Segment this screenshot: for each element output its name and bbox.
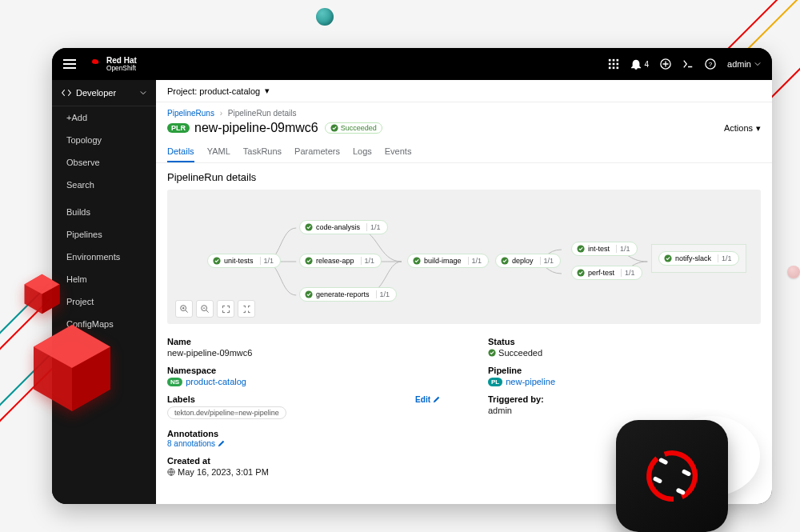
user-menu[interactable]: admin: [727, 59, 761, 69]
actions-menu[interactable]: Actions ▾: [724, 123, 761, 134]
task-node-perf-test[interactable]: perf-test 1/1: [571, 266, 642, 280]
annotations-label: Annotations: [167, 429, 440, 438]
check-circle-icon: [305, 290, 313, 298]
annotations-link[interactable]: 8 annotations: [167, 439, 225, 448]
pencil-icon: [433, 396, 440, 403]
finally-group: notify-slack 1/1: [651, 244, 746, 273]
zoom-in-button[interactable]: [175, 300, 193, 318]
actions-label: Actions: [724, 123, 753, 133]
task-node-deploy[interactable]: deploy 1/1: [495, 254, 561, 268]
sidebar-item-builds[interactable]: Builds: [52, 201, 156, 223]
brand-line2: OpenShift: [106, 65, 137, 71]
check-circle-icon: [577, 269, 585, 277]
pipeline-link[interactable]: new-pipeline: [506, 377, 555, 386]
node-ratio: 1/1: [616, 245, 630, 253]
svg-rect-13: [609, 67, 611, 70]
svg-point-33: [642, 446, 703, 507]
pipeline-visualization[interactable]: unit-tests 1/1 code-analysis 1/1 release…: [167, 190, 761, 324]
node-ratio: 1/1: [468, 257, 482, 265]
status-text: Succeeded: [341, 124, 377, 132]
notifications-button[interactable]: 4: [630, 58, 649, 70]
sidebar-item-add[interactable]: +Add: [52, 106, 156, 129]
edit-labels-button[interactable]: Edit: [415, 395, 440, 404]
menu-toggle-button[interactable]: [63, 59, 76, 69]
sidebar-item-observe[interactable]: Observe: [52, 151, 156, 174]
app-launcher-icon[interactable]: [608, 58, 619, 70]
task-node-generate-reports[interactable]: generate-reports 1/1: [299, 287, 397, 302]
check-circle-icon: [577, 245, 585, 253]
task-node-code-analysis[interactable]: code-analysis 1/1: [299, 220, 388, 234]
check-circle-icon: [501, 257, 509, 265]
svg-text:?: ?: [709, 61, 713, 68]
label-chip: tekton.dev/pipeline=new-pipeline: [167, 406, 286, 419]
task-node-build-image[interactable]: build-image 1/1: [407, 254, 489, 268]
decorative-cube-large: [24, 320, 120, 419]
triggered-label: Triggered by:: [488, 394, 761, 404]
code-icon: [62, 88, 71, 98]
openshift-app-icon: [616, 420, 728, 532]
zoom-controls: [175, 300, 255, 318]
perspective-switcher[interactable]: Developer: [52, 80, 156, 106]
breadcrumb: PipelineRuns › PipelineRun details: [156, 102, 772, 118]
perspective-label: Developer: [76, 88, 116, 98]
sidebar-item-pipelines[interactable]: Pipelines: [52, 223, 156, 246]
task-node-release-app[interactable]: release-app 1/1: [299, 254, 382, 268]
decorative-teal-sphere: [316, 8, 334, 26]
sidebar-item-helm[interactable]: Helm: [52, 268, 156, 290]
namespace-badge: NS: [167, 378, 182, 386]
zoom-out-button[interactable]: [196, 300, 214, 318]
tab-yaml[interactable]: YAML: [207, 142, 230, 162]
project-selector[interactable]: Project: product-catalog ▾: [156, 80, 772, 102]
terminal-icon[interactable]: [682, 58, 694, 70]
sidebar-item-topology[interactable]: Topology: [52, 129, 156, 151]
pipeline-label: Pipeline: [488, 366, 761, 375]
svg-rect-10: [609, 63, 611, 66]
node-label: deploy: [512, 257, 534, 265]
page-title: new-pipeline-09mwc6: [194, 121, 318, 135]
tab-taskruns[interactable]: TaskRuns: [243, 142, 282, 162]
svg-rect-9: [617, 59, 619, 62]
namespace-link[interactable]: product-catalog: [186, 377, 246, 386]
status-value: Succeeded: [488, 348, 761, 358]
sidebar-item-project[interactable]: Project: [52, 290, 156, 313]
sidebar-item-search[interactable]: Search: [52, 174, 156, 196]
task-node-unit-tests[interactable]: unit-tests 1/1: [207, 254, 281, 268]
svg-rect-15: [617, 67, 619, 70]
plus-icon[interactable]: [660, 58, 671, 70]
node-label: perf-test: [588, 269, 614, 277]
project-prefix: Project:: [167, 86, 197, 96]
node-ratio: 1/1: [376, 290, 390, 298]
resource-badge: PLR: [167, 123, 190, 133]
sidebar-item-environments[interactable]: Environments: [52, 246, 156, 268]
node-ratio: 1/1: [718, 254, 732, 262]
chevron-down-icon: [140, 90, 146, 96]
check-circle-icon: [330, 124, 338, 132]
check-circle-icon: [305, 223, 313, 231]
tab-details[interactable]: Details: [167, 142, 194, 162]
svg-rect-8: [613, 59, 615, 62]
node-ratio: 1/1: [621, 269, 635, 277]
breadcrumb-root[interactable]: PipelineRuns: [167, 109, 214, 118]
check-circle-icon: [664, 254, 672, 262]
reset-view-button[interactable]: [238, 300, 255, 318]
namespace-label: Namespace: [167, 366, 440, 375]
svg-rect-11: [613, 63, 615, 66]
project-name: product-catalog: [199, 86, 260, 96]
node-label: build-image: [424, 257, 462, 265]
name-label: Name: [167, 337, 440, 346]
help-icon[interactable]: ?: [705, 58, 716, 70]
node-label: notify-slack: [675, 254, 711, 262]
tab-parameters[interactable]: Parameters: [294, 142, 340, 162]
task-node-notify-slack[interactable]: notify-slack 1/1: [658, 251, 739, 266]
task-node-int-test[interactable]: int-test 1/1: [571, 242, 638, 256]
svg-rect-7: [609, 59, 611, 62]
name-value: new-pipeline-09mwc6: [167, 348, 440, 358]
tab-events[interactable]: Events: [385, 142, 412, 162]
fit-to-screen-button[interactable]: [217, 300, 234, 318]
masthead: Red Hat OpenShift 4 ? admin: [52, 48, 772, 80]
tab-logs[interactable]: Logs: [353, 142, 372, 162]
node-label: int-test: [588, 245, 610, 253]
labels-label: Labels: [167, 394, 195, 404]
decorative-pink-sphere: [787, 266, 800, 278]
node-ratio: 1/1: [361, 257, 375, 265]
